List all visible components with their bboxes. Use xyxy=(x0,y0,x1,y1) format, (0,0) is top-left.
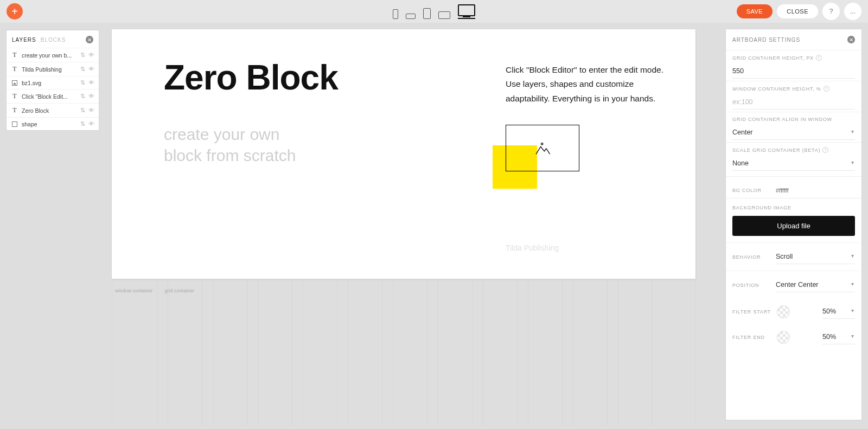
subtitle-text[interactable]: create your own block from scratch xyxy=(164,124,296,166)
tab-blocks[interactable]: BLOCKS xyxy=(41,37,66,43)
behavior-select[interactable]: Scroll xyxy=(776,249,855,264)
window-container-label[interactable]: window container xyxy=(112,286,156,295)
layer-lock-icon[interactable]: ⇅ xyxy=(80,79,85,86)
help-icon[interactable]: ? xyxy=(824,86,829,92)
setting-bgcolor: BG COLOR #ffffff xyxy=(726,183,861,198)
behavior-label: BEHAVIOR xyxy=(732,254,770,260)
layer-lock-icon[interactable]: ⇅ xyxy=(80,52,85,59)
help-button[interactable]: ? xyxy=(822,3,840,20)
title-text[interactable]: Zero Block xyxy=(164,57,338,98)
position-select[interactable]: Center Center xyxy=(776,278,855,292)
setting-filter-end: FILTER END 50% xyxy=(726,324,861,350)
topbar-right-group: SAVE CLOSE ? ... xyxy=(737,3,861,20)
bgcolor-label: BG COLOR xyxy=(732,188,770,193)
subtitle-line1: create your own xyxy=(164,124,296,145)
filter-start-swatch[interactable] xyxy=(777,305,790,318)
layer-row[interactable]: TClick "Block Edit...⇅👁 xyxy=(7,89,99,103)
help-icon[interactable]: ? xyxy=(816,55,822,61)
subtitle-line2: block from scratch xyxy=(164,145,296,166)
grid-height-label: GRID CONTAINER HEIGHT, PX ? xyxy=(732,55,855,61)
upload-file-button[interactable]: Upload file xyxy=(732,216,855,236)
layer-visibility-icon[interactable]: 👁 xyxy=(88,52,94,59)
window-height-input[interactable] xyxy=(732,95,855,110)
canvas-container-labels: window container grid container xyxy=(112,286,197,295)
filter-end-label: FILTER END xyxy=(732,335,771,340)
add-button[interactable]: + xyxy=(7,3,23,20)
svg-point-0 xyxy=(541,143,542,145)
layers-panel-close-icon[interactable]: ✕ xyxy=(86,36,93,43)
bgcolor-value[interactable]: #ffffff xyxy=(776,187,788,194)
more-button[interactable]: ... xyxy=(844,3,861,20)
layer-lock-icon[interactable]: ⇅ xyxy=(80,66,85,73)
align-select[interactable]: Center xyxy=(732,125,855,140)
settings-panel: ARTBOARD SETTINGS ✕ GRID CONTAINER HEIGH… xyxy=(726,29,861,420)
layer-type-icon: T xyxy=(11,65,18,73)
scale-select[interactable]: None xyxy=(732,156,855,171)
align-label: GRID CONTAINER ALIGN IN WINDOW xyxy=(732,117,855,122)
tilda-publishing-text[interactable]: Tilda Publishing xyxy=(506,244,559,252)
layer-lock-icon[interactable]: ⇅ xyxy=(80,93,85,100)
layer-type-icon xyxy=(11,80,18,86)
artboard[interactable]: Zero Block create your own block from sc… xyxy=(112,29,695,279)
device-desktop-icon xyxy=(458,4,475,16)
layers-panel: LAYERS BLOCKS ✕ Tcreate your own b...⇅👁T… xyxy=(7,30,99,130)
tab-layers[interactable]: LAYERS xyxy=(12,37,36,43)
layer-row[interactable]: Tcreate your own b...⇅👁 xyxy=(7,48,99,62)
grid-height-input[interactable] xyxy=(732,64,855,79)
layers-panel-header: LAYERS BLOCKS ✕ xyxy=(7,30,99,48)
window-height-label: WINDOW CONTAINER HEIGHT, % ? xyxy=(732,86,855,92)
layer-visibility-icon[interactable]: 👁 xyxy=(88,93,94,100)
layer-type-icon xyxy=(11,121,18,127)
device-phone-icon[interactable] xyxy=(393,9,398,19)
device-switcher xyxy=(393,4,475,19)
setting-filter-start: FILTER START 50% xyxy=(726,299,861,324)
scale-label: SCALE GRID CONTAINER (BETA) ? xyxy=(732,147,855,153)
layer-label: Click "Block Edit... xyxy=(22,93,80,100)
help-icon[interactable]: ? xyxy=(822,147,828,153)
description-text[interactable]: Click "Block Editor" to enter the edit m… xyxy=(506,63,679,106)
layer-lock-icon[interactable]: ⇅ xyxy=(80,107,85,114)
close-button[interactable]: CLOSE xyxy=(777,4,818,18)
layer-label: Zero Block xyxy=(22,107,80,114)
settings-close-icon[interactable]: ✕ xyxy=(847,36,855,43)
layer-row[interactable]: TTilda Publishing⇅👁 xyxy=(7,62,99,76)
layer-type-icon: T xyxy=(11,106,18,114)
setting-bgimage: BACKGROUND IMAGE Upload file xyxy=(726,198,861,242)
setting-scale: SCALE GRID CONTAINER (BETA) ? None xyxy=(726,142,861,173)
settings-title: ARTBOARD SETTINGS xyxy=(732,37,800,43)
filter-start-select[interactable]: 50% xyxy=(822,304,855,319)
setting-behavior: BEHAVIOR Scroll xyxy=(726,242,861,271)
layer-row[interactable]: shape⇅👁 xyxy=(7,117,99,130)
layer-type-icon: T xyxy=(11,92,18,100)
layer-label: Tilda Publishing xyxy=(22,66,80,73)
device-desktop-active[interactable] xyxy=(458,4,475,19)
image-placeholder[interactable] xyxy=(506,125,579,171)
filter-end-select[interactable]: 50% xyxy=(822,330,855,344)
setting-align: GRID CONTAINER ALIGN IN WINDOW Center xyxy=(726,112,861,142)
bgimage-label: BACKGROUND IMAGE xyxy=(732,205,855,210)
save-button[interactable]: SAVE xyxy=(737,4,773,18)
layer-visibility-icon[interactable]: 👁 xyxy=(88,120,94,127)
image-placeholder-icon xyxy=(533,140,552,156)
layer-visibility-icon[interactable]: 👁 xyxy=(88,107,94,114)
layer-row[interactable]: TZero Block⇅👁 xyxy=(7,103,99,117)
layer-visibility-icon[interactable]: 👁 xyxy=(88,79,94,86)
device-phone-landscape-icon[interactable] xyxy=(406,14,416,19)
canvas[interactable]: Zero Block create your own block from sc… xyxy=(112,29,695,279)
setting-position: POSITION Center Center xyxy=(726,271,861,299)
layer-row[interactable]: bz1.svg⇅👁 xyxy=(7,76,99,89)
settings-header: ARTBOARD SETTINGS ✕ xyxy=(726,29,861,50)
layer-type-icon: T xyxy=(11,51,18,59)
setting-window-height: WINDOW CONTAINER HEIGHT, % ? xyxy=(726,81,861,112)
layer-lock-icon[interactable]: ⇅ xyxy=(80,120,85,127)
device-tablet-landscape-icon[interactable] xyxy=(438,11,450,19)
filter-end-swatch[interactable] xyxy=(777,331,790,344)
layer-label: shape xyxy=(22,121,80,127)
layers-list: Tcreate your own b...⇅👁TTilda Publishing… xyxy=(7,48,99,130)
layer-label: bz1.svg xyxy=(22,80,80,86)
filter-start-label: FILTER START xyxy=(732,309,771,315)
grid-container-label[interactable]: grid container xyxy=(162,286,198,295)
position-label: POSITION xyxy=(732,283,770,288)
layer-visibility-icon[interactable]: 👁 xyxy=(88,66,94,73)
device-tablet-icon[interactable] xyxy=(423,8,431,19)
